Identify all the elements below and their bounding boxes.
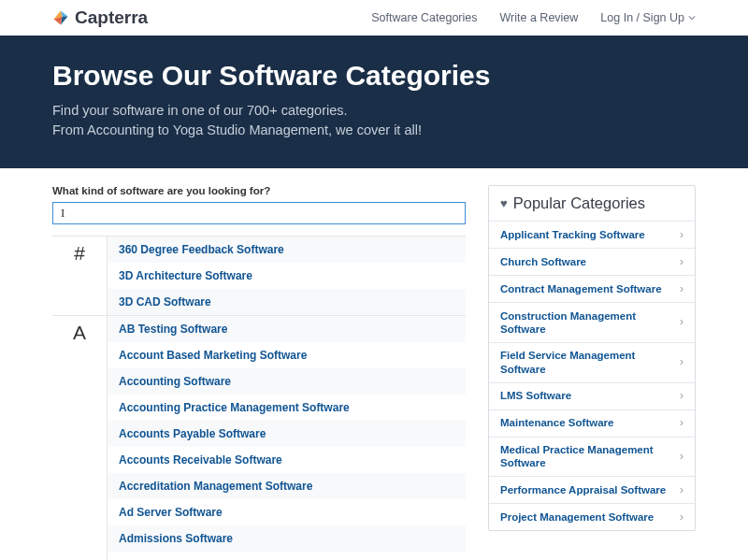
search-label: What kind of software are you looking fo… [52,185,466,196]
popular-link[interactable]: Medical Practice Management Software› [489,437,695,477]
nav-categories[interactable]: Software Categories [371,11,477,24]
chevron-right-icon: › [680,315,683,329]
index-section-hash: # 360 Degree Feedback Software 3D Archit… [52,236,466,315]
panel-header: ♥ Popular Categories [489,186,695,221]
chevron-right-icon: › [680,483,683,497]
category-link[interactable]: Advertising Agency Software [108,552,466,560]
popular-link[interactable]: Performance Appraisal Software› [489,476,695,503]
nav-write-review[interactable]: Write a Review [500,11,579,24]
popular-categories-panel: ♥ Popular Categories Applicant Tracking … [488,185,696,531]
logo[interactable]: Capterra [52,7,148,28]
chevron-down-icon [688,14,696,22]
chevron-right-icon: › [680,450,683,464]
panel-title: Popular Categories [513,194,645,212]
category-link[interactable]: Ad Server Software [108,499,466,525]
popular-link[interactable]: Project Management Software› [489,503,695,530]
chevron-right-icon: › [680,355,683,369]
category-link[interactable]: 3D Architecture Software [108,263,466,289]
popular-link[interactable]: LMS Software› [489,382,695,409]
capterra-logo-icon [52,9,69,26]
left-column: What kind of software are you looking fo… [52,185,466,560]
popular-link[interactable]: Maintenance Software› [489,409,695,437]
category-link[interactable]: 3D CAD Software [108,289,466,315]
logo-text: Capterra [75,7,148,28]
chevron-right-icon: › [680,282,683,296]
panel-items: Applicant Tracking Software› Church Soft… [489,221,695,530]
popular-link[interactable]: Construction Management Software› [489,302,695,342]
right-column: ♥ Popular Categories Applicant Tracking … [488,185,696,531]
nav-login-label: Log In / Sign Up [600,11,684,24]
index-items: 360 Degree Feedback Software 3D Architec… [107,237,466,315]
hero-sub-2: From Accounting to Yoga Studio Managemen… [52,121,696,140]
index-items: AB Testing Software Account Based Market… [107,316,466,560]
hero: Browse Our Software Categories Find your… [0,36,748,168]
nav-login[interactable]: Log In / Sign Up [600,11,696,24]
category-link[interactable]: AB Testing Software [108,316,466,342]
category-link[interactable]: Accounting Practice Management Software [108,395,466,421]
text-cursor-icon: I [61,206,65,221]
popular-link[interactable]: Field Service Management Software› [489,342,695,382]
category-link[interactable]: Admissions Software [108,525,466,552]
chevron-right-icon: › [680,228,683,242]
hero-sub-1: Find your software in one of our 700+ ca… [52,101,696,121]
chevron-right-icon: › [680,255,683,269]
category-link[interactable]: Accreditation Management Software [108,473,466,499]
category-link[interactable]: 360 Degree Feedback Software [108,237,466,263]
category-link[interactable]: Accounts Payable Software [108,421,466,447]
chevron-right-icon: › [680,389,683,403]
nav: Software Categories Write a Review Log I… [371,11,696,24]
category-link[interactable]: Account Based Marketing Software [108,342,466,368]
header: Capterra Software Categories Write a Rev… [0,0,748,36]
heart-icon: ♥ [500,196,508,210]
popular-link[interactable]: Church Software› [489,248,695,275]
search-input[interactable]: I [52,202,466,224]
popular-link[interactable]: Contract Management Software› [489,275,695,302]
popular-link[interactable]: Applicant Tracking Software› [489,221,695,248]
chevron-right-icon: › [680,510,683,524]
index-letter: A [52,316,107,560]
chevron-right-icon: › [680,416,683,430]
category-link[interactable]: Accounts Receivable Software [108,447,466,473]
content: What kind of software are you looking fo… [0,168,748,560]
index-section-a: A AB Testing Software Account Based Mark… [52,315,466,560]
index-letter: # [52,237,107,315]
category-link[interactable]: Accounting Software [108,368,466,395]
page-title: Browse Our Software Categories [52,60,696,92]
category-list: # 360 Degree Feedback Software 3D Archit… [52,236,466,560]
